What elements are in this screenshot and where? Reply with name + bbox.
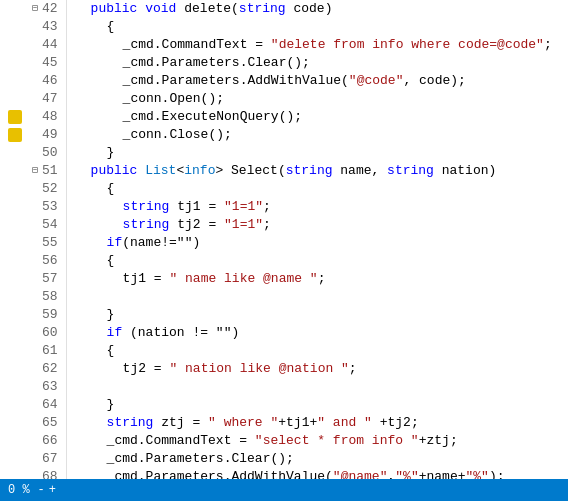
line-number: 57: [42, 270, 58, 288]
line-number-row: 60: [8, 324, 58, 342]
token-plain: <: [176, 162, 184, 180]
line-number: 49: [42, 126, 58, 144]
token-plain: ;: [544, 36, 552, 54]
line-number: 62: [42, 360, 58, 378]
token-kw: string: [123, 198, 178, 216]
code-line: _cmd.Parameters.Clear();: [75, 54, 568, 72]
line-number: 50: [42, 144, 58, 162]
token-plain: (nation != ""): [130, 324, 239, 342]
collapse-icon[interactable]: ⊟: [28, 162, 38, 180]
code-line: [75, 378, 568, 396]
code-line: _cmd.CommandText = "delete from info whe…: [75, 36, 568, 54]
token-plain: tj1 =: [177, 198, 224, 216]
token-string: " and ": [317, 414, 372, 432]
line-number: 56: [42, 252, 58, 270]
zoom-control[interactable]: 0 % - +: [8, 483, 56, 497]
code-line: _cmd.Parameters.AddWithValue("@code", co…: [75, 72, 568, 90]
code-line: _cmd.ExecuteNonQuery();: [75, 108, 568, 126]
line-number-row: 59: [8, 306, 58, 324]
token-kw: string: [123, 216, 178, 234]
token-plain: tj1 =: [123, 270, 170, 288]
token-kw: public: [91, 0, 146, 18]
token-string: "%": [466, 468, 489, 479]
code-line: string tj1 = "1=1";: [75, 198, 568, 216]
token-plain: , code);: [403, 72, 465, 90]
line-number: 46: [42, 72, 58, 90]
token-plain: +tj1+: [278, 414, 317, 432]
code-line: _cmd.Parameters.Clear();: [75, 450, 568, 468]
code-line: _conn.Open();: [75, 90, 568, 108]
token-plain: _conn.Open();: [123, 90, 224, 108]
token-plain: );: [489, 468, 505, 479]
zoom-minus[interactable]: -: [38, 483, 45, 497]
line-number-row: 44: [8, 36, 58, 54]
code-line: [75, 288, 568, 306]
zoom-plus[interactable]: +: [49, 483, 56, 497]
token-plain: code): [293, 0, 332, 18]
token-plain: _conn.Close();: [123, 126, 232, 144]
collapse-icon[interactable]: ⊟: [28, 0, 38, 18]
token-plain: _cmd.Parameters.AddWithValue(: [123, 72, 349, 90]
code-line: {: [75, 342, 568, 360]
token-kw: if: [107, 234, 123, 252]
token-string: "delete from info where code=@code": [271, 36, 544, 54]
token-plain: _cmd.Parameters.Clear();: [107, 450, 294, 468]
code-line: _cmd.CommandText = "select * from info "…: [75, 432, 568, 450]
code-line: tj1 = " name like @name ";: [75, 270, 568, 288]
line-number: 61: [42, 342, 58, 360]
code-line: _conn.Close();: [75, 126, 568, 144]
token-plain: +ztj;: [419, 432, 458, 450]
token-plain: delete(: [184, 0, 239, 18]
token-plain: _cmd.Parameters.Clear();: [123, 54, 310, 72]
line-number: 47: [42, 90, 58, 108]
token-kw: string: [239, 0, 294, 18]
token-kw: string: [387, 162, 442, 180]
token-kw: if: [107, 324, 130, 342]
token-plain: tj2 =: [123, 360, 170, 378]
bookmark-icon: [8, 128, 22, 142]
line-number-row: 47: [8, 90, 58, 108]
token-blue-text: info: [184, 162, 215, 180]
token-string: "1=1": [224, 216, 263, 234]
line-number-row: 55: [8, 234, 58, 252]
token-plain: (name!=""): [122, 234, 200, 252]
token-string: " name like @name ": [169, 270, 317, 288]
token-kw: string: [107, 414, 162, 432]
status-bar: 0 % - +: [0, 479, 568, 501]
line-number-row: 46: [8, 72, 58, 90]
code-line: }: [75, 144, 568, 162]
line-number-row: 52: [8, 180, 58, 198]
line-number: 45: [42, 54, 58, 72]
token-plain: ;: [318, 270, 326, 288]
token-plain: ;: [263, 216, 271, 234]
line-number-row: 58: [8, 288, 58, 306]
code-area[interactable]: ⊟424344454647484950⊟51525354555657585960…: [0, 0, 568, 479]
code-line: _cmd.Parameters.AddWithValue("@name","%"…: [75, 468, 568, 479]
token-plain: name,: [340, 162, 387, 180]
line-number-row: 63: [8, 378, 58, 396]
line-number: 64: [42, 396, 58, 414]
line-number-row: 62: [8, 360, 58, 378]
line-number: 51: [42, 162, 58, 180]
line-number: 55: [42, 234, 58, 252]
code-content[interactable]: public void delete(string code){_cmd.Com…: [67, 0, 568, 479]
token-plain: }: [107, 144, 115, 162]
line-number: 67: [42, 450, 58, 468]
token-plain: _cmd.CommandText =: [107, 432, 255, 450]
token-kw: void: [145, 0, 184, 18]
line-number: 63: [42, 378, 58, 396]
code-line: if (nation != ""): [75, 324, 568, 342]
token-plain: {: [107, 180, 115, 198]
code-line: public void delete(string code): [75, 0, 568, 18]
line-number-row: 66: [8, 432, 58, 450]
token-kw: string: [286, 162, 341, 180]
line-number-row: 48: [8, 108, 58, 126]
line-number-row: 57: [8, 270, 58, 288]
token-blue-text: List: [145, 162, 176, 180]
line-number-row: 61: [8, 342, 58, 360]
token-plain: _cmd.CommandText =: [123, 36, 271, 54]
line-number: 52: [42, 180, 58, 198]
token-kw: public: [91, 162, 146, 180]
token-string: " where ": [208, 414, 278, 432]
token-plain: nation): [442, 162, 497, 180]
